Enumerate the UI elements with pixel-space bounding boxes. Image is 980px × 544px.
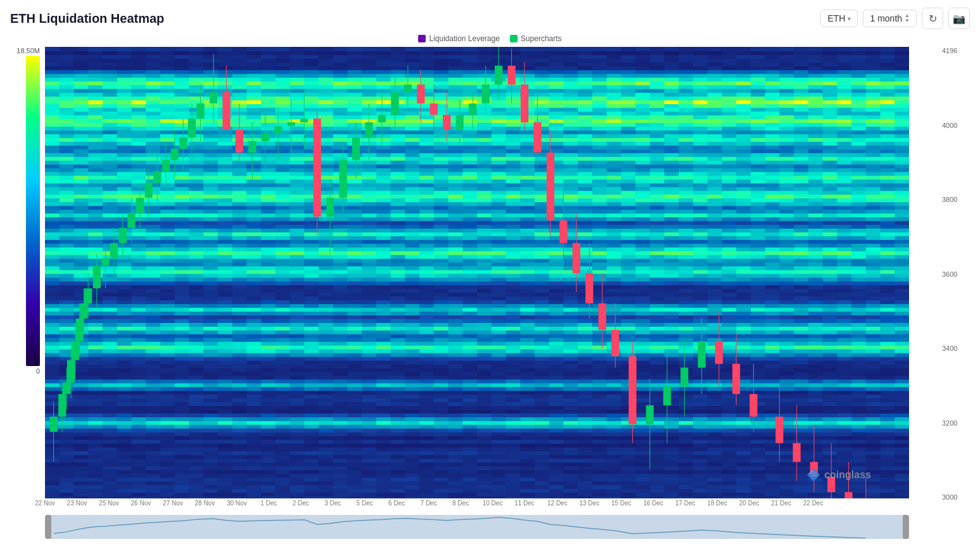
refresh-button[interactable]: ↻ — [922, 8, 943, 29]
x-label: 5 Dec — [357, 500, 373, 507]
legend-row: Liquidation Leverage Supercharts — [10, 34, 970, 43]
y-label: 4196 — [942, 47, 970, 54]
page-title: ETH Liquidation Heatmap — [10, 11, 164, 26]
refresh-icon: ↻ — [929, 13, 937, 25]
y-label: 3400 — [942, 345, 970, 352]
timeframe-control[interactable]: 1 month ▲▼ — [863, 9, 917, 27]
y-label: 3800 — [942, 196, 970, 203]
x-label: 8 Dec — [452, 500, 469, 507]
y-label: 4000 — [942, 122, 970, 129]
x-label: 20 Dec — [739, 500, 760, 507]
x-label: 23 Nov — [67, 500, 87, 507]
y-label: 3200 — [942, 419, 970, 427]
x-label: 18 Dec — [707, 500, 727, 507]
scale-top-label: 18.50M — [16, 47, 40, 54]
header-row: ETH Liquidation Heatmap ETH ▾ 1 month ▲▼… — [10, 8, 970, 29]
x-label: 3 Dec — [324, 500, 341, 507]
color-scale: 18.50M 0 — [10, 47, 45, 539]
legend-label-supercharts: Supercharts — [521, 34, 562, 43]
x-label: 7 Dec — [421, 500, 437, 507]
legend-label-liquidation: Liquidation Leverage — [429, 34, 499, 43]
timeframe-label: 1 month — [870, 13, 902, 23]
x-label: 1 Dec — [260, 500, 277, 507]
y-label: 3600 — [942, 270, 970, 278]
y-label: 3000 — [942, 493, 970, 501]
x-label: 10 Dec — [483, 500, 503, 507]
coinglass-icon: 🔷 — [806, 468, 820, 482]
x-label: 16 Dec — [643, 500, 663, 507]
minimap-handle-right[interactable] — [903, 515, 909, 539]
chart-canvas-wrapper[interactable]: 🔷 coinglass — [45, 47, 909, 498]
x-label: 13 Dec — [579, 500, 599, 507]
heatmap-canvas — [45, 47, 909, 498]
camera-icon: 📷 — [953, 13, 965, 25]
y-axis: 4196400038003600340032003000 — [939, 47, 970, 539]
minimap-row[interactable] — [45, 515, 909, 539]
x-label: 2 Dec — [293, 500, 309, 507]
chart-main: 🔷 coinglass 22 Nov23 Nov25 Nov26 Nov27 N… — [45, 47, 939, 539]
legend-item-supercharts: Supercharts — [510, 34, 562, 43]
watermark-text: coinglass — [824, 469, 871, 481]
chevron-down-icon: ▾ — [848, 15, 851, 22]
x-label: 6 Dec — [388, 500, 405, 507]
header-controls: ETH ▾ 1 month ▲▼ ↻ 📷 — [820, 8, 970, 29]
screenshot-button[interactable]: 📷 — [948, 8, 970, 29]
gradient-bar — [26, 56, 40, 366]
chart-area: 18.50M 0 🔷 coinglass 22 Nov23 Nov25 Nov2… — [10, 47, 970, 539]
x-label: 12 Dec — [547, 500, 568, 507]
asset-dropdown[interactable]: ETH ▾ — [820, 9, 858, 27]
x-label: 22 Nov — [35, 500, 55, 507]
x-label: 28 Nov — [194, 500, 215, 507]
minimap-handle-left[interactable] — [45, 515, 51, 539]
x-label: 22 Dec — [803, 500, 824, 507]
legend-color-liquidation — [418, 35, 426, 42]
x-label: 15 Dec — [611, 500, 632, 507]
legend-color-supercharts — [510, 35, 518, 42]
x-label: 17 Dec — [675, 500, 696, 507]
x-label: 11 Dec — [514, 500, 535, 507]
up-down-arrows-icon: ▲▼ — [905, 13, 910, 23]
legend-item-liquidation: Liquidation Leverage — [418, 34, 499, 43]
x-label: 30 Nov — [227, 500, 247, 507]
x-label: 27 Nov — [163, 500, 183, 507]
x-label: 25 Nov — [99, 500, 119, 507]
asset-label: ETH — [827, 13, 845, 23]
x-label: 26 Nov — [131, 500, 151, 507]
x-axis: 22 Nov23 Nov25 Nov26 Nov27 Nov28 Nov30 N… — [45, 498, 909, 512]
minimap-canvas — [45, 515, 909, 539]
x-label: 21 Dec — [771, 500, 791, 507]
watermark: 🔷 coinglass — [806, 468, 871, 482]
scale-bottom-label: 0 — [36, 367, 40, 375]
